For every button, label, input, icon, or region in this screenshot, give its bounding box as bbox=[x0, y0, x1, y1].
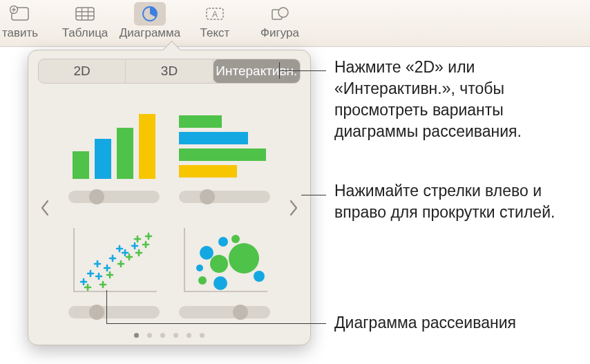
svg-rect-11 bbox=[139, 114, 155, 179]
svg-rect-14 bbox=[179, 149, 266, 161]
page-dot[interactable] bbox=[187, 333, 191, 338]
svg-point-23 bbox=[213, 276, 227, 290]
toolbar-table[interactable]: Таблица bbox=[61, 4, 109, 40]
textbox-icon: A bbox=[204, 4, 226, 23]
chevron-right-icon bbox=[287, 198, 300, 218]
svg-rect-8 bbox=[73, 151, 89, 179]
style-slider[interactable] bbox=[68, 306, 160, 318]
toolbar-label: Фигура bbox=[260, 26, 299, 40]
segment-3d[interactable]: 3D bbox=[126, 59, 213, 83]
shapes-icon bbox=[269, 4, 291, 23]
callout-leader bbox=[106, 290, 107, 323]
plus-grid-icon bbox=[9, 4, 31, 23]
svg-point-24 bbox=[254, 271, 265, 282]
svg-point-22 bbox=[198, 276, 207, 285]
callout-leader bbox=[279, 70, 326, 71]
toolbar-label: тавить bbox=[2, 26, 38, 40]
thumb-column-chart[interactable] bbox=[66, 97, 162, 203]
page-dot[interactable] bbox=[134, 333, 139, 338]
toolbar-chart[interactable]: Диаграмма bbox=[126, 4, 174, 40]
chart-thumb-area bbox=[38, 95, 301, 321]
svg-point-20 bbox=[229, 243, 259, 274]
callout-arrows: Нажимайте стрелки влево и вправо для про… bbox=[334, 180, 569, 223]
svg-rect-15 bbox=[179, 165, 237, 178]
svg-text:A: A bbox=[212, 10, 218, 19]
style-slider[interactable] bbox=[179, 191, 270, 203]
chart-popover: 2D 3D Интерактивн. bbox=[28, 50, 311, 345]
svg-point-7 bbox=[278, 8, 288, 17]
chart-type-segmented: 2D 3D Интерактивн. bbox=[38, 59, 301, 84]
page-dots[interactable] bbox=[28, 333, 310, 338]
thumb-scatter-chart[interactable] bbox=[66, 213, 162, 318]
column-chart-icon bbox=[66, 108, 162, 184]
svg-point-21 bbox=[231, 235, 240, 243]
toolbar: тавить Таблица Диаграмма A Текст Фигура bbox=[0, 0, 590, 47]
scatter-chart-icon bbox=[66, 223, 162, 299]
callout-scatter: Диаграмма рассеивания bbox=[334, 312, 583, 334]
table-icon bbox=[74, 4, 96, 23]
callout-leader bbox=[279, 62, 280, 79]
toolbar-shape[interactable]: Фигура bbox=[256, 4, 304, 40]
toolbar-label: Таблица bbox=[62, 26, 108, 40]
svg-rect-9 bbox=[95, 139, 111, 179]
toolbar-label: Текст bbox=[200, 26, 230, 40]
page-dot[interactable] bbox=[160, 333, 165, 338]
toolbar-insert[interactable]: тавить bbox=[0, 4, 44, 40]
prev-style-arrow[interactable] bbox=[35, 194, 55, 222]
segment-2d[interactable]: 2D bbox=[39, 59, 126, 83]
svg-rect-13 bbox=[179, 132, 248, 144]
svg-point-17 bbox=[218, 237, 228, 247]
callout-segmented: Нажмите «2D» или «Интерактивн.», чтобы п… bbox=[334, 57, 569, 142]
svg-point-19 bbox=[210, 255, 228, 273]
thumb-bubble-chart[interactable] bbox=[176, 213, 273, 318]
style-slider[interactable] bbox=[68, 191, 160, 203]
toolbar-text[interactable]: A Текст bbox=[191, 4, 239, 40]
callout-leader bbox=[301, 195, 326, 195]
svg-point-16 bbox=[200, 246, 213, 260]
bubble-chart-icon bbox=[176, 223, 273, 299]
toolbar-label: Диаграмма bbox=[120, 26, 180, 40]
style-slider[interactable] bbox=[179, 306, 270, 318]
svg-rect-10 bbox=[117, 128, 133, 179]
page-dot[interactable] bbox=[200, 333, 204, 338]
pie-icon bbox=[134, 2, 166, 26]
thumb-bar-chart[interactable] bbox=[176, 97, 273, 203]
segment-interactive[interactable]: Интерактивн. bbox=[213, 59, 300, 83]
next-style-arrow[interactable] bbox=[284, 194, 303, 222]
page-dot[interactable] bbox=[173, 333, 178, 338]
svg-point-18 bbox=[196, 265, 203, 271]
page-dot[interactable] bbox=[147, 333, 152, 338]
svg-rect-2 bbox=[76, 8, 94, 20]
chart-thumb-grid bbox=[38, 95, 301, 321]
bar-chart-icon bbox=[176, 108, 273, 184]
callout-leader bbox=[106, 323, 326, 324]
svg-rect-12 bbox=[179, 115, 222, 128]
chevron-left-icon bbox=[39, 198, 51, 218]
